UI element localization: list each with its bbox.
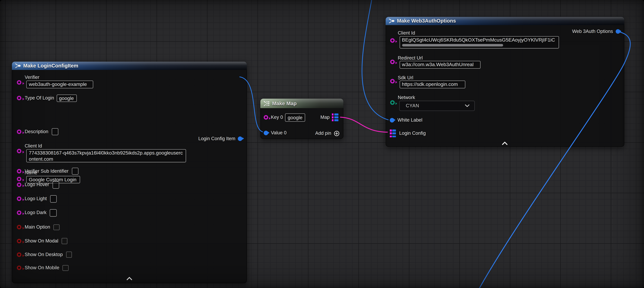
make-struct-icon xyxy=(388,18,394,24)
verifier-label: Verifier xyxy=(25,75,40,80)
show-on-desktop-label: Show On Desktop xyxy=(25,252,63,257)
network-dropdown[interactable]: CYAN xyxy=(399,101,475,111)
pin-row-show-on-desktop: Show On Desktop xyxy=(17,251,72,257)
logo-dark-pin[interactable] xyxy=(17,211,21,215)
wire-map-to-login-config[interactable] xyxy=(340,117,388,132)
pin-row-login-config: Login Config xyxy=(390,130,426,138)
redirect-url-label: Redirect Url xyxy=(398,56,423,61)
pin-row-description: Description xyxy=(17,128,58,135)
pin-row-value-0: Value 0 xyxy=(264,130,286,136)
add-pin-button[interactable]: Add pin xyxy=(315,131,339,136)
sdk-url-pin[interactable] xyxy=(390,79,394,84)
web3auth-options-output-pin[interactable] xyxy=(616,29,620,34)
type-of-login-pin[interactable] xyxy=(17,96,21,100)
login-config-item-output-pin[interactable] xyxy=(238,136,242,141)
white-label-pin[interactable] xyxy=(390,118,394,122)
make-map-icon xyxy=(263,101,270,106)
pin-row-verifier-sub-identifier: Verifier Sub Identifier xyxy=(17,168,78,175)
logo-light-input[interactable] xyxy=(50,195,57,202)
type-of-login-label: Type Of Login xyxy=(25,95,54,101)
value-0-pin[interactable] xyxy=(264,131,268,135)
logo-hover-pin[interactable] xyxy=(17,183,21,187)
pin-row-verifier: Verifier web3auth-google-example xyxy=(17,75,93,88)
node-header-make-web3auth-options[interactable]: Make Web3AuthOptions xyxy=(386,17,624,25)
node-title: Make Map xyxy=(272,101,297,106)
verifier-sub-identifier-pin[interactable] xyxy=(17,169,21,173)
verifier-sub-identifier-input[interactable] xyxy=(72,168,78,175)
client-id-label: Client Id xyxy=(25,143,42,149)
login-config-pin-icon[interactable] xyxy=(390,130,396,138)
show-on-mobile-label: Show On Mobile xyxy=(25,265,59,270)
pin-row-logo-hover: Logo Hover xyxy=(17,181,59,188)
pin-row-logo-light: Logo Light xyxy=(17,195,57,202)
wire-offscreen-to-white-label[interactable] xyxy=(362,0,388,120)
redirect-url-pin[interactable] xyxy=(390,60,394,64)
logo-hover-label: Logo Hover xyxy=(25,182,49,188)
verifier-sub-identifier-label: Verifier Sub Identifier xyxy=(25,168,68,174)
logo-light-pin[interactable] xyxy=(17,196,21,201)
client-id-value: BEglQSgt4cUWcj6SKRdu5QkOXTsePmMcusG5EAoy… xyxy=(402,37,555,43)
node-title: Make Web3AuthOptions xyxy=(397,18,456,24)
sdk-url-input[interactable]: https://sdk.openlogin.com xyxy=(399,81,465,88)
output-pin-label: Web 3Auth Options xyxy=(572,29,613,34)
network-label: Network xyxy=(398,95,415,100)
main-option-pin[interactable] xyxy=(17,225,21,229)
pin-row-logo-dark: Logo Dark xyxy=(17,209,56,216)
main-option-checkbox[interactable] xyxy=(53,224,59,230)
output-row-map: Map xyxy=(320,113,339,122)
description-label: Description xyxy=(25,129,48,134)
map-output-pin-icon[interactable] xyxy=(332,114,339,121)
node-header-make-login-config-item[interactable]: Make LoginConfigItem xyxy=(12,62,247,70)
show-on-modal-label: Show On Modal xyxy=(25,238,58,244)
description-pin[interactable] xyxy=(17,129,21,134)
pin-row-client-id: Client Id 774338308167-q463s7kpvja16l4l0… xyxy=(17,143,186,162)
node-header-make-map[interactable]: Make Map xyxy=(260,99,343,108)
blueprint-graph-canvas[interactable]: Make LoginConfigItem Login Config Item V… xyxy=(0,0,644,288)
collapse-chevron-icon[interactable] xyxy=(502,141,508,145)
dropdown-chevron-icon xyxy=(465,104,470,107)
login-config-label: Login Config xyxy=(399,131,426,136)
logo-dark-label: Logo Dark xyxy=(25,210,46,215)
client-id-input[interactable]: BEglQSgt4cUWcj6SKRdu5QkOXTsePmMcusG5EAoy… xyxy=(399,36,559,48)
verifier-pin[interactable] xyxy=(17,80,21,84)
key-0-input[interactable]: google xyxy=(285,113,305,121)
verifier-input[interactable]: web3auth-google-example xyxy=(26,81,93,88)
map-output-label: Map xyxy=(320,115,330,120)
show-on-mobile-checkbox[interactable] xyxy=(62,265,68,271)
node-title: Make LoginConfigItem xyxy=(23,63,78,69)
output-row-login-config-item: Login Config Item xyxy=(198,136,242,142)
client-id-pin[interactable] xyxy=(390,38,394,43)
node-make-map[interactable]: Make Map Key 0 google Map Value 0 Add pi… xyxy=(260,99,343,139)
client-id-label: Client Id xyxy=(398,31,415,36)
client-id-pin[interactable] xyxy=(17,149,21,153)
pin-row-white-label: White Label xyxy=(390,117,422,123)
main-option-label: Main Option xyxy=(25,224,50,230)
white-label-label: White Label xyxy=(398,117,422,123)
show-on-mobile-pin[interactable] xyxy=(17,266,21,270)
logo-light-label: Logo Light xyxy=(25,196,47,201)
add-pin-label: Add pin xyxy=(315,131,331,136)
pin-row-show-on-modal: Show On Modal xyxy=(17,238,68,244)
pin-row-key-0: Key 0 google xyxy=(264,113,305,122)
description-input[interactable] xyxy=(52,128,58,135)
network-pin[interactable] xyxy=(390,100,394,105)
redirect-url-input[interactable]: w3a://com.w3a.Web3AuthUnreal xyxy=(399,61,480,69)
network-selected-value: CYAN xyxy=(406,103,419,108)
show-on-modal-pin[interactable] xyxy=(17,239,21,243)
key-0-pin[interactable] xyxy=(264,115,268,120)
make-struct-icon xyxy=(14,63,21,69)
show-on-desktop-pin[interactable] xyxy=(17,252,21,257)
collapse-chevron-icon[interactable] xyxy=(126,276,132,280)
output-pin-label: Login Config Item xyxy=(198,136,235,142)
client-id-field-scrollbar[interactable] xyxy=(402,44,503,46)
show-on-modal-checkbox[interactable] xyxy=(62,238,68,244)
client-id-input[interactable]: 774338308167-q463s7kpvja16l4l0kko3nb925i… xyxy=(26,149,186,162)
node-make-login-config-item[interactable]: Make LoginConfigItem Login Config Item V… xyxy=(12,62,247,283)
type-of-login-input[interactable]: google xyxy=(56,94,77,102)
logo-hover-input[interactable] xyxy=(52,181,59,188)
pin-row-client-id: Client Id BEglQSgt4cUWcj6SKRdu5QkOXTsePm… xyxy=(390,31,559,48)
node-make-web3auth-options[interactable]: Make Web3AuthOptions Web 3Auth Options C… xyxy=(386,17,624,147)
name-pin[interactable] xyxy=(17,176,21,181)
logo-dark-input[interactable] xyxy=(50,209,56,216)
show-on-desktop-checkbox[interactable] xyxy=(66,251,72,257)
